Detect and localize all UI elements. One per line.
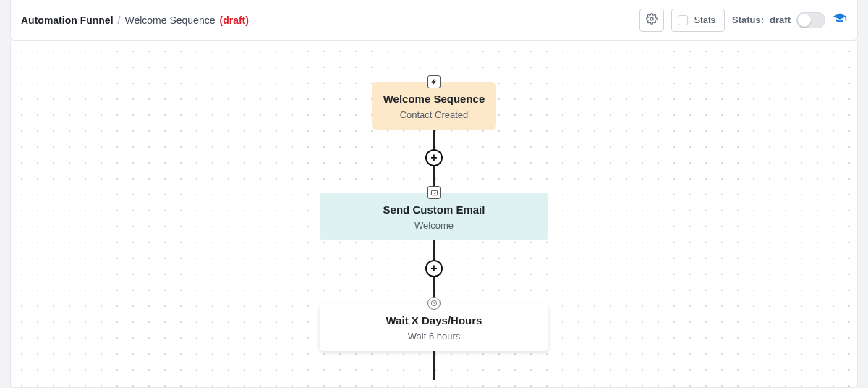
node-title: Wait X Days/Hours <box>328 314 540 326</box>
help-button[interactable] <box>833 12 847 29</box>
breadcrumb-draft-badge: (draft) <box>219 14 248 26</box>
node-subtitle: Welcome <box>328 220 540 231</box>
plus-icon: + <box>430 263 437 274</box>
plus-icon: + <box>430 152 437 164</box>
status-wrap: Status: draft <box>732 12 825 28</box>
flow-node-email[interactable]: Send Custom Email Welcome <box>320 193 548 240</box>
automation-canvas[interactable]: Welcome Sequence Contact Created + Send … <box>10 41 858 388</box>
flow-node-trigger[interactable]: Welcome Sequence Contact Created <box>372 82 496 130</box>
connector-line <box>433 240 435 261</box>
toggle-knob <box>798 14 811 27</box>
connector-line <box>433 130 435 150</box>
status-prefix: Status: <box>732 14 764 25</box>
flow-node-wait[interactable]: Wait X Days/Hours Wait 6 hours <box>320 303 548 351</box>
add-step-button[interactable]: + <box>425 149 443 166</box>
stats-toggle-button[interactable]: Stats <box>671 9 725 32</box>
gear-icon <box>646 13 658 28</box>
breadcrumb: Automation Funnel / Welcome Sequence (dr… <box>21 14 249 26</box>
svg-point-0 <box>650 17 653 20</box>
top-bar: Automation Funnel / Welcome Sequence (dr… <box>10 0 858 41</box>
connector-line <box>433 351 435 380</box>
svg-rect-1 <box>431 190 437 195</box>
stats-label: Stats <box>694 14 715 25</box>
status-toggle[interactable] <box>796 12 825 28</box>
breadcrumb-root[interactable]: Automation Funnel <box>21 14 114 26</box>
node-subtitle: Contact Created <box>380 109 488 120</box>
mail-image-icon <box>427 186 441 199</box>
connector-line <box>433 277 435 297</box>
bolt-icon <box>427 75 441 88</box>
clock-icon <box>427 297 441 310</box>
node-title: Welcome Sequence <box>380 93 488 105</box>
breadcrumb-separator: / <box>118 14 121 26</box>
checkbox-icon <box>678 15 688 25</box>
add-step-button[interactable]: + <box>425 260 443 277</box>
breadcrumb-funnel-name[interactable]: Welcome Sequence <box>124 14 215 26</box>
connector-line <box>433 166 435 186</box>
status-value: draft <box>770 14 791 25</box>
graduation-cap-icon <box>833 12 847 29</box>
settings-button[interactable] <box>639 9 664 32</box>
node-title: Send Custom Email <box>328 203 540 216</box>
node-subtitle: Wait 6 hours <box>328 331 540 342</box>
